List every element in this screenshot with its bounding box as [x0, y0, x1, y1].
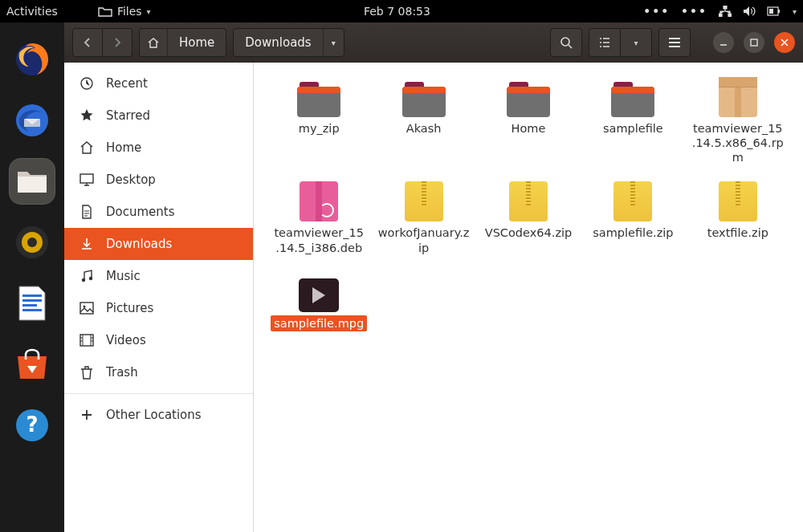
sidebar-item-label: Desktop: [106, 173, 156, 187]
launcher-files[interactable]: [10, 159, 55, 204]
maximize-button[interactable]: [744, 32, 764, 53]
file-label: samplefile.mpg: [271, 315, 367, 331]
app-menu-label: Files: [117, 5, 142, 18]
file-label: teamviewer_15.14.5_i386.deb: [270, 225, 368, 255]
network-icon[interactable]: [719, 6, 732, 17]
file-item[interactable]: workofJanuary.zip: [374, 181, 472, 255]
back-button[interactable]: [72, 28, 103, 57]
file-item[interactable]: samplefile.zip: [584, 181, 682, 255]
window-header: Home Downloads ▾ ▾: [64, 22, 803, 63]
svg-rect-2: [769, 9, 773, 14]
chevron-down-icon: ▾: [634, 39, 638, 47]
folder-icon: [506, 77, 551, 117]
sidebar-item-trash[interactable]: Trash: [64, 356, 253, 388]
launcher-software[interactable]: [10, 342, 55, 387]
folder-icon: [296, 77, 341, 117]
sidebar-item-pictures[interactable]: Pictures: [64, 292, 253, 324]
forward-button[interactable]: [103, 28, 132, 57]
sidebar-item-recent[interactable]: Recent: [64, 67, 253, 99]
launcher-help[interactable]: ?: [10, 403, 55, 448]
svg-rect-20: [80, 303, 93, 314]
clock-icon: [79, 76, 95, 91]
sidebar-item-label: Downloads: [106, 237, 172, 251]
sidebar-item-label: Starred: [106, 108, 150, 123]
file-item[interactable]: teamviewer_15.14.5.x86_64.rpm: [689, 77, 787, 165]
chevron-down-icon: ▾: [147, 7, 151, 16]
search-icon: [560, 36, 573, 49]
firefox-icon: [14, 42, 50, 77]
sidebar-item-other-locations[interactable]: Other Locations: [64, 399, 253, 431]
launcher-rhythmbox[interactable]: [10, 220, 55, 265]
chevron-left-icon: [83, 38, 92, 47]
file-item[interactable]: Home: [479, 77, 577, 165]
file-item[interactable]: samplefile: [584, 77, 682, 165]
search-button[interactable]: [550, 28, 582, 57]
file-item[interactable]: my_zip: [270, 77, 368, 165]
docs-icon: [79, 205, 95, 219]
files-icon: [16, 167, 48, 196]
sidebar-item-videos[interactable]: Videos: [64, 324, 253, 356]
indicator-icon[interactable]: •••: [681, 5, 707, 18]
path-segment-home[interactable]: Home: [168, 29, 226, 56]
thunderbird-icon: [14, 103, 50, 138]
file-label: Home: [508, 120, 549, 136]
path-home-button[interactable]: [140, 29, 168, 56]
svg-rect-10: [22, 304, 37, 307]
document-icon: [16, 285, 48, 322]
launcher-firefox[interactable]: [10, 37, 55, 82]
svg-rect-22: [80, 335, 93, 346]
sidebar-item-starred[interactable]: Starred: [64, 99, 253, 132]
window-controls: [713, 32, 795, 53]
sidebar-item-label: Music: [106, 269, 141, 283]
indicator-icon[interactable]: •••: [643, 5, 670, 18]
zip-icon: [506, 181, 551, 221]
launcher-libreoffice[interactable]: [10, 281, 55, 326]
content-area: my_zipAkashHomesamplefileteamviewer_15.1…: [254, 63, 803, 532]
file-grid: my_zipAkashHomesamplefileteamviewer_15.1…: [270, 77, 787, 331]
chevron-down-icon: ▾: [332, 39, 336, 47]
volume-icon[interactable]: [743, 6, 756, 17]
view-dropdown[interactable]: ▾: [621, 28, 652, 57]
plus-icon: [79, 408, 95, 421]
list-view-button[interactable]: [589, 28, 621, 57]
star-icon: [79, 108, 95, 123]
path-bar: Home: [139, 28, 226, 57]
file-item[interactable]: textfile.zip: [689, 181, 787, 255]
sidebar-item-label: Home: [106, 140, 141, 155]
clock[interactable]: Feb 7 08:53: [151, 5, 644, 18]
home-icon: [79, 140, 95, 155]
svg-text:?: ?: [26, 412, 38, 437]
app-menu[interactable]: Files ▾: [98, 5, 151, 18]
sidebar-item-desktop[interactable]: Desktop: [64, 164, 253, 196]
activities-button[interactable]: Activities: [6, 5, 58, 18]
sidebar-item-music[interactable]: Music: [64, 260, 253, 292]
path-dropdown[interactable]: ▾: [324, 29, 344, 56]
files-window: Home Downloads ▾ ▾ RecentStarredHomeDesk…: [64, 22, 803, 532]
rpm-icon: [715, 77, 760, 117]
path-segment-current[interactable]: Downloads: [234, 29, 323, 56]
sidebar-item-label: Trash: [106, 365, 138, 380]
deb-icon: [296, 181, 341, 221]
sidebar-item-home[interactable]: Home: [64, 132, 253, 164]
pictures-icon: [79, 302, 95, 315]
launcher-thunderbird[interactable]: [10, 98, 55, 143]
minimize-icon: [719, 38, 728, 47]
desktop-icon: [79, 173, 95, 186]
sidebar-item-downloads[interactable]: Downloads: [64, 228, 253, 260]
file-item[interactable]: teamviewer_15.14.5_i386.deb: [270, 181, 368, 255]
folder-icon: [610, 77, 655, 117]
minimize-button[interactable]: [713, 32, 734, 53]
file-label: teamviewer_15.14.5.x86_64.rpm: [689, 120, 787, 165]
close-button[interactable]: [774, 32, 795, 53]
file-item[interactable]: samplefile.mpg: [270, 272, 368, 331]
view-controls: ▾: [589, 28, 652, 57]
zip-icon: [610, 181, 655, 221]
hamburger-menu[interactable]: [658, 28, 691, 57]
battery-icon[interactable]: [767, 6, 781, 17]
sidebar-item-documents[interactable]: Documents: [64, 196, 253, 228]
svg-rect-15: [751, 39, 757, 46]
file-item[interactable]: VSCodex64.zip: [479, 181, 577, 255]
file-item[interactable]: Akash: [374, 77, 472, 165]
folder-icon: [402, 77, 446, 117]
sidebar-item-label: Videos: [106, 333, 146, 347]
